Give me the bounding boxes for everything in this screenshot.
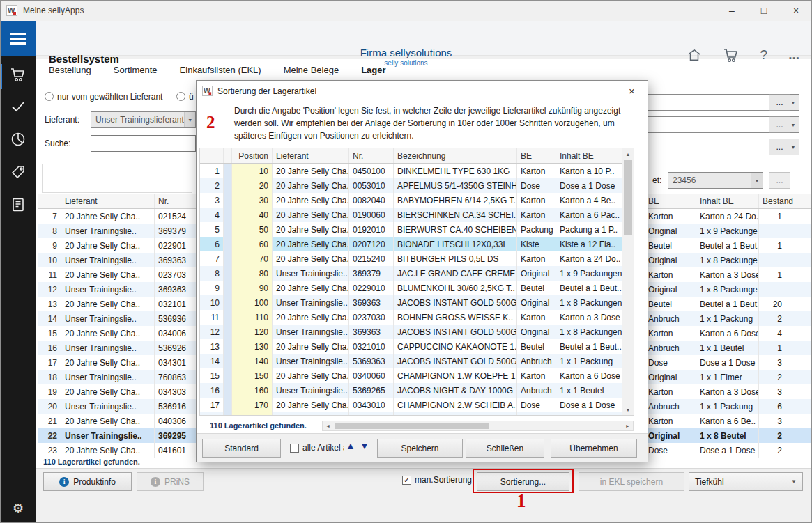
cell-position[interactable]: 10 [232,164,273,178]
header-inhalt-be[interactable]: Inhalt BE [696,194,759,208]
cell-rownum: 13 [38,297,61,311]
cell-position[interactable]: 170 [232,398,273,412]
schliessen-button[interactable]: Schließen [466,439,544,458]
header-lieferant[interactable]: Lieferant [273,148,349,163]
sidebar-price-tag-icon[interactable] [10,164,26,180]
hamburger-menu-button[interactable] [0,21,36,56]
cell-position[interactable]: 130 [232,339,273,354]
cell-position[interactable]: 40 [232,208,273,222]
gear-icon[interactable]: ⚙ [0,501,36,516]
sortierung-table-row[interactable]: 5 50 20 Jahre Selly Cha.. 0192010 BIERWU… [200,222,623,237]
header-position[interactable]: Position [232,148,273,163]
sortierung-button[interactable]: Sortierung... [477,472,569,491]
cell-lieferant: 20 Jahre Selly Cha.. [273,237,349,251]
cell-inhalt-be: Karton a 6 Pac.. [556,208,623,222]
browse-button-2[interactable]: ... [769,116,790,133]
sortierung-table-row[interactable]: 1 10 20 Jahre Selly Cha.. 0450100 DINKEL… [200,164,623,178]
cell-bezeichnung: JACOBS INSTANT GOLD 500G.. [394,295,517,310]
scroll-down-icon[interactable]: ▼ [622,404,634,415]
sidebar-catalog-icon[interactable] [10,196,26,213]
sidebar-pie-chart-icon[interactable] [10,131,26,148]
sortierung-table-row[interactable]: 2 20 20 Jahre Selly Cha.. 0053010 APFELM… [200,178,623,193]
cell-position[interactable]: 120 [232,325,273,339]
cell-position[interactable]: 140 [232,354,273,368]
sidebar-checkmark-icon[interactable] [10,98,26,115]
alle-artikel-checkbox[interactable] [290,444,299,453]
produktinfo-button[interactable]: i Produktinfo [43,472,132,491]
minimize-button[interactable]: – [716,0,748,21]
sortierung-table-row[interactable]: 11 110 20 Jahre Selly Cha.. 0237030 BOHN… [200,310,623,325]
cell-lieferant: Unser Trainingslie.. [61,341,155,355]
sortierung-table-row[interactable]: 16 160 Unser Trainingslie.. 5369265 JACO… [200,383,623,398]
sortierung-table-row[interactable]: 17 170 20 Jahre Selly Cha.. 0343010 CHAM… [200,398,623,412]
browse-button-3[interactable]: ... [769,139,790,155]
et-combobox[interactable]: 23456 ▼ [668,172,763,189]
cell-position[interactable]: 60 [232,237,273,251]
radio-alle-lieferanten-label: ü [189,92,194,102]
cell-inhalt-be: Karton a 3 Dose [696,384,759,399]
cell-position[interactable]: 70 [232,251,273,266]
cell-position[interactable]: 20 [232,178,273,193]
sortierung-table-row[interactable]: 14 140 Unser Trainingslie.. 5369363 JACO… [200,354,623,368]
tab[interactable]: Bestellung [49,65,91,75]
cell-position[interactable]: 50 [232,222,273,237]
cell-position[interactable]: 80 [232,266,273,281]
cell-position[interactable]: 110 [232,310,273,325]
move-up-icon[interactable]: ▲ [346,440,355,451]
sortierung-table-row[interactable]: 7 70 20 Jahre Selly Cha.. 0215240 BITBUR… [200,251,623,266]
header-be[interactable]: BE [645,194,696,208]
browse-button-1[interactable]: ... [769,94,790,111]
cart-icon[interactable] [723,47,740,63]
tiefkuehl-dropdown[interactable]: Tiefkühl ▼ [689,472,803,491]
vertical-scrollbar[interactable]: ▲ ▼ [622,148,634,415]
sortierung-table-row[interactable]: 8 80 Unser Trainingslie.. 369379 JAC.LE … [200,266,623,281]
tiefkuehl-label: Tiefkühl [695,477,724,487]
home-icon[interactable] [687,47,702,63]
scrollbar-thumb[interactable] [335,423,489,429]
lieferant-combobox[interactable]: Unser Trainingslieferant ▼ [91,111,196,128]
cell-inhalt-be: 1 x 1 Beutel [696,341,759,355]
move-down-icon[interactable]: ▼ [360,440,369,451]
cell-bestand: 1 [759,238,812,253]
suche-input[interactable] [91,135,196,152]
help-icon[interactable]: ? [760,47,768,63]
scrollbar-thumb[interactable] [624,160,632,235]
header-inhalt-be[interactable]: Inhalt BE [556,148,623,163]
header-bezeichnung[interactable]: Bezeichnung [394,148,517,163]
standard-button[interactable]: Standard [202,439,281,458]
sortierung-table-row[interactable]: 12 120 Unser Trainingslie.. 369363 JACOB… [200,325,623,339]
cell-position[interactable]: 100 [232,295,273,310]
cell-position[interactable]: 90 [232,281,273,295]
sortierung-table-row[interactable]: 15 150 20 Jahre Selly Cha.. 0340060 CHAM… [200,368,623,383]
sortierung-table-row[interactable]: 18 180 Unser Trainingslie.. 760862 MILD.… [200,412,623,416]
more-icon[interactable]: ... [788,47,799,63]
radio-gewaehlter-lieferant[interactable] [45,92,54,101]
header-nr[interactable]: Nr. [349,148,394,163]
scroll-up-icon[interactable]: ▲ [622,148,634,159]
sidebar-cart-icon[interactable] [10,67,26,82]
header-lieferant[interactable]: Lieferant [61,194,155,208]
sortierung-table-row[interactable]: 3 30 20 Jahre Selly Cha.. 0082040 BABYMO… [200,193,623,208]
scroll-right-icon[interactable]: ► [622,421,633,430]
sortierung-table-row[interactable]: 6 60 20 Jahre Selly Cha.. 0207120 BIONAD… [200,237,623,251]
close-button[interactable]: × [780,0,812,21]
cell-position[interactable]: 30 [232,193,273,208]
sortierung-table-row[interactable]: 10 100 Unser Trainingslie.. 369363 JACOB… [200,295,623,310]
radio-alle-lieferanten[interactable] [176,92,185,101]
cell-position[interactable]: 160 [232,383,273,398]
sortierung-table-row[interactable]: 4 40 20 Jahre Selly Cha.. 0190060 BIERSC… [200,208,623,222]
speichern-button[interactable]: Speichern [377,439,463,458]
cell-be: Packung [517,222,556,237]
sortierung-table-row[interactable]: 9 90 20 Jahre Selly Cha.. 0229010 BLUMEN… [200,281,623,295]
header-be[interactable]: BE [517,148,556,163]
man-sortierung-checkbox[interactable]: ✓ [402,476,411,485]
horizontal-scrollbar[interactable]: ◄ ► [322,421,634,431]
cell-position[interactable]: 180 [232,412,273,416]
dialog-close-button[interactable]: × [616,81,648,101]
uebernehmen-button[interactable]: Übernehmen [551,439,637,458]
scroll-left-icon[interactable]: ◄ [323,421,333,430]
maximize-button[interactable]: □ [748,0,780,21]
cell-position[interactable]: 150 [232,368,273,383]
sortierung-table-row[interactable]: 13 130 20 Jahre Selly Cha.. 0321010 CAPP… [200,339,623,354]
header-bestand[interactable]: Bestand [759,194,812,208]
